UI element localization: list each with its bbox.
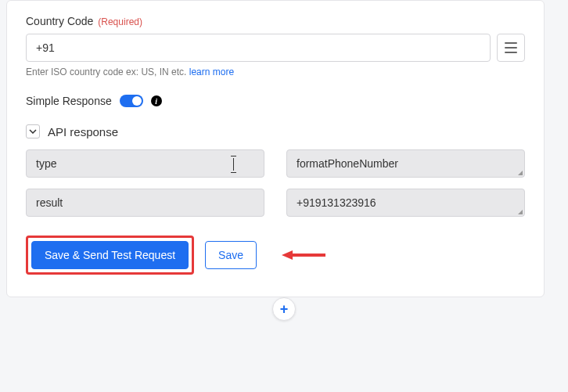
response-key-cell[interactable]: result (26, 189, 264, 217)
response-value-cell[interactable]: formatPhoneNumber (286, 149, 525, 178)
menu-icon[interactable] (497, 34, 525, 62)
simple-response-label: Simple Response (26, 95, 112, 107)
form-card: Country Code (Required) Enter ISO countr… (6, 0, 545, 297)
country-code-row (26, 34, 525, 62)
button-row: Save & Send Test Request Save (26, 236, 525, 275)
info-icon[interactable]: i (151, 95, 162, 106)
svg-marker-1 (282, 250, 293, 260)
save-button[interactable]: Save (205, 241, 257, 269)
highlight-annotation: Save & Send Test Request (26, 236, 194, 275)
simple-response-row: Simple Response i (26, 95, 525, 107)
response-key-cell[interactable]: type (26, 149, 264, 178)
simple-response-toggle[interactable] (120, 95, 143, 107)
api-response-header: API response (26, 124, 525, 138)
chevron-down-icon[interactable] (26, 124, 40, 138)
text-cursor-icon (233, 158, 234, 171)
country-code-helper: Enter ISO country code ex: US, IN etc. l… (26, 67, 525, 77)
learn-more-link[interactable]: learn more (189, 67, 234, 77)
response-value-cell[interactable]: +919131323916 (286, 189, 525, 217)
arrow-annotation-icon (282, 249, 325, 261)
required-indicator: (Required) (98, 16, 142, 27)
add-step-button[interactable]: + (272, 297, 296, 321)
plus-icon: + (280, 302, 289, 316)
country-code-label: Country Code (Required) (26, 15, 525, 27)
country-code-input[interactable] (26, 34, 491, 62)
api-response-grid: type formatPhoneNumber result +919131323… (26, 149, 525, 217)
save-send-test-button[interactable]: Save & Send Test Request (31, 241, 189, 269)
api-response-label: API response (48, 125, 118, 138)
